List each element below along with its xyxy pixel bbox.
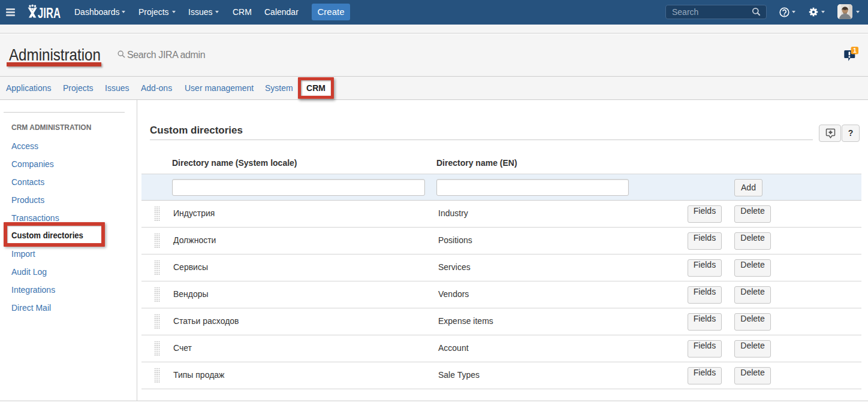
svg-text:JIRA: JIRA xyxy=(38,5,61,19)
svg-text:1: 1 xyxy=(853,47,857,54)
